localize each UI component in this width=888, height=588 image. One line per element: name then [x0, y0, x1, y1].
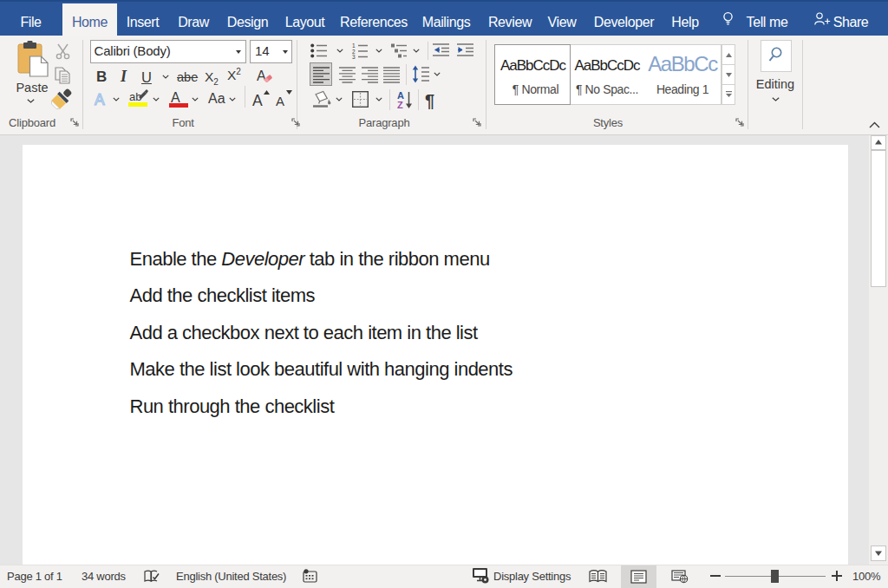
svg-text:Z: Z — [397, 100, 403, 110]
svg-text:A: A — [397, 90, 404, 101]
svg-text:A: A — [257, 69, 266, 83]
svg-text:3: 3 — [352, 54, 356, 60]
